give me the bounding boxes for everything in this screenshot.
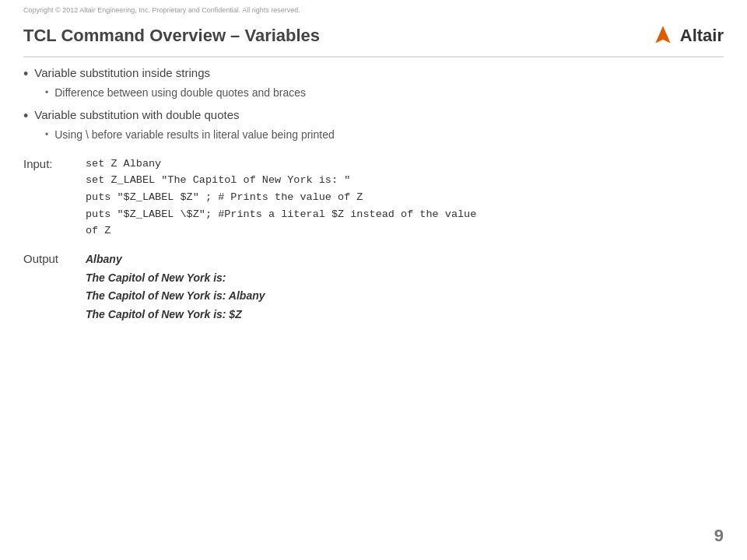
bullet-section-1: • Variable substitution inside strings •… [23,66,724,99]
bullet-sub-2: • Using \ before variable results in lit… [45,128,724,142]
svg-marker-0 [655,26,670,43]
output-line-3: The Capitol of New York is: Albany [86,287,265,306]
output-line-1: Albany [86,250,265,269]
code-line-3: puts "$Z_LABEL $Z" ; # Prints the value … [86,189,476,206]
logo-text: Altair [680,26,724,46]
bullet-sub-dot-1: • [45,86,48,100]
code-line-1: set Z Albany [86,156,476,173]
bullet-main-1: • Variable substitution inside strings [23,66,724,83]
slide-header: TCL Command Overview – Variables Altair [0,23,747,48]
bullet-dot-2: • [23,108,28,125]
bullet-main-text-1: Variable substitution inside strings [34,66,210,79]
bullet-section-2: • Variable substitution with double quot… [23,108,724,141]
input-section: Input: set Z Albany set Z_LABEL "The Cap… [23,156,724,240]
slide-content: • Variable substitution inside strings •… [23,66,724,324]
output-line-4: The Capitol of New York is: $Z [86,306,265,324]
code-line-5: of Z [86,222,476,240]
code-block: set Z Albany set Z_LABEL "The Capitol of… [86,156,476,240]
bullet-sub-text-1: Difference between using double quotes a… [54,86,306,99]
bullet-main-2: • Variable substitution with double quot… [23,108,724,125]
bullet-sub-text-2: Using \ before variable results in liter… [54,128,335,141]
altair-logo-icon [651,23,675,48]
code-line-4: puts "$Z_LABEL \$Z"; #Prints a literal $… [86,206,476,223]
copyright-text: Copyright © 2012 Altair Engineering, Inc… [23,6,300,14]
bullet-sub-dot-2: • [45,128,48,142]
bullet-main-text-2: Variable substitution with double quotes [34,108,239,121]
output-lines: Albany The Capitol of New York is: The C… [86,250,265,324]
bullet-dot-1: • [23,66,28,83]
output-label: Output [23,250,86,265]
logo-area: Altair [651,23,724,48]
page-number: 9 [714,526,724,546]
input-label: Input: [23,156,86,170]
slide-title: TCL Command Overview – Variables [23,26,320,46]
output-section: Output Albany The Capitol of New York is… [23,250,724,324]
code-line-2: set Z_LABEL "The Capitol of New York is:… [86,172,476,189]
bullet-sub-1: • Difference between using double quotes… [45,86,724,100]
header-divider [23,56,724,58]
output-line-2: The Capitol of New York is: [86,269,265,288]
